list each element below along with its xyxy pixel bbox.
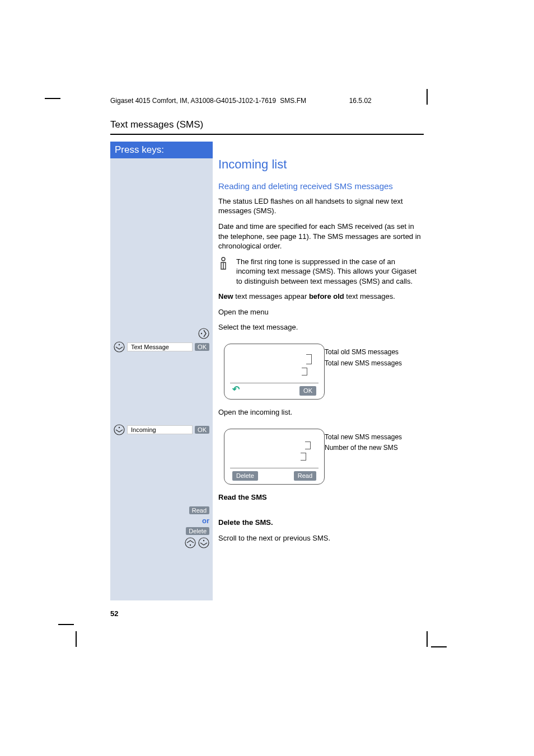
svg-point-1 <box>201 333 202 334</box>
keys-header: Press keys: <box>110 142 213 158</box>
bold-new: New <box>218 292 233 300</box>
delete-button[interactable]: Delete <box>186 527 209 535</box>
svg-point-9 <box>203 540 204 541</box>
nav-down-icon <box>198 537 209 548</box>
screen-preview-totals: ↶ OK <box>224 344 325 400</box>
screen-delete-button[interactable]: Delete <box>232 471 258 481</box>
screen-read-button[interactable]: Read <box>294 471 316 481</box>
subheading-reading-deleting: Reading and deleting received SMS messag… <box>218 181 424 192</box>
doc-header: Gigaset 4015 Comfort, IM, A31008-G4015-J… <box>110 97 424 105</box>
step-read-sms: Read the SMS <box>218 492 424 503</box>
note-ringtone: The first ring tone is suppressed in the… <box>218 257 424 287</box>
key-step-text-message: Text Message OK <box>114 341 209 353</box>
step-open-incoming: Open the incoming list. <box>218 407 424 417</box>
info-icon <box>218 257 231 287</box>
page-number: 52 <box>110 609 118 618</box>
svg-point-7 <box>190 544 191 546</box>
heading-incoming-list: Incoming list <box>218 156 424 173</box>
header-mid: SMS.FM <box>280 97 347 105</box>
svg-point-8 <box>199 538 209 548</box>
callout-old-sms: Total old SMS messages <box>325 348 402 357</box>
nav-down-icon <box>114 424 125 435</box>
step-select-text: Select the text message. <box>218 322 424 332</box>
ok-button[interactable]: OK <box>195 343 209 351</box>
key-step-incoming: Incoming OK <box>114 424 209 435</box>
nav-right-icon <box>198 328 209 339</box>
step-open-menu: Open the menu <box>218 307 424 317</box>
paragraph-led: The status LED flashes on all handsets t… <box>218 196 424 216</box>
paragraph-new-before-old: New text messages appear before old text… <box>218 292 424 302</box>
svg-point-4 <box>114 425 124 435</box>
or-label: or <box>114 516 209 525</box>
key-step-scroll <box>114 537 209 548</box>
section-title: Text messages (SMS) <box>110 119 424 135</box>
paragraph-datetime: Date and time are specified for each SMS… <box>218 222 424 251</box>
nav-down-icon <box>114 341 125 353</box>
key-step-delete: Delete <box>114 527 209 535</box>
callout-totals: Total old SMS messages Total new SMS mes… <box>325 338 402 368</box>
step-delete-sms: Delete the SMS. <box>218 518 424 528</box>
content-column: Incoming list Reading and deleting recei… <box>213 142 424 600</box>
callout-incoming-new: Total new SMS messages <box>325 433 402 442</box>
svg-point-0 <box>199 328 209 339</box>
callout-new-sms: Total new SMS messages <box>325 359 402 368</box>
note-text: The first ring tone is suppressed in the… <box>236 257 424 287</box>
text-message-label: Text Message <box>127 342 193 351</box>
ok-button[interactable]: OK <box>195 426 209 434</box>
nav-up-icon <box>185 537 196 548</box>
svg-point-2 <box>114 342 124 352</box>
key-step-open-menu <box>114 328 209 339</box>
step-scroll: Scroll to the next or previous SMS. <box>218 533 424 543</box>
keys-column: Press keys: Text Message OK <box>110 142 213 600</box>
bold-before-old: before old <box>309 292 344 300</box>
svg-point-3 <box>119 344 120 345</box>
key-step-read: Read <box>114 506 209 514</box>
screen-ok-button[interactable]: OK <box>299 386 316 396</box>
callout-incoming-number: Number of the new SMS <box>325 444 402 453</box>
svg-point-5 <box>119 427 120 428</box>
read-button[interactable]: Read <box>189 506 209 514</box>
header-left: Gigaset 4015 Comfort, IM, A31008-G4015-J… <box>110 97 278 105</box>
svg-point-6 <box>185 538 195 548</box>
incoming-label: Incoming <box>127 425 193 434</box>
svg-point-10 <box>222 257 225 261</box>
screen-preview-incoming: Delete Read <box>224 429 325 485</box>
header-right: 16.5.02 <box>349 97 405 105</box>
callout-incoming: Total new SMS messages Number of the new… <box>325 423 402 453</box>
